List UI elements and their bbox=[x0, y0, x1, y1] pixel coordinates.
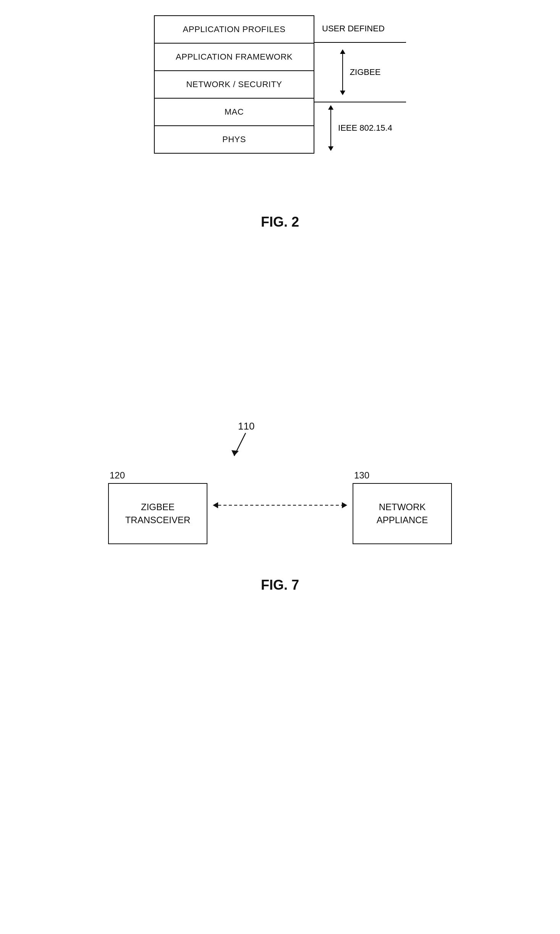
fig2-left-column: APPLICATION PROFILES APPLICATION FRAMEWO… bbox=[154, 15, 314, 154]
fig7-network-appliance-box: NETWORK APPLIANCE bbox=[353, 483, 452, 544]
fig7-caption: FIG. 7 bbox=[261, 577, 299, 593]
dashed-connector-line bbox=[218, 505, 342, 506]
fig7-ref-120: 120 bbox=[110, 470, 125, 481]
fig7-zigbee-transceiver-box: ZIGBEE TRANSCEIVER bbox=[108, 483, 207, 544]
fig2-zigbee-label: ZIGBEE bbox=[350, 67, 381, 77]
fig2-cell-network-security: NETWORK / SECURITY bbox=[155, 71, 314, 99]
fig2-cell-phys: PHYS bbox=[155, 126, 314, 153]
fig7-boxes-row: 120 ZIGBEE TRANSCEIVER 130 NETWORK APPLI… bbox=[108, 470, 452, 544]
arrow-right-head bbox=[342, 502, 347, 508]
fig2-user-defined-label: USER DEFINED bbox=[322, 24, 385, 34]
fig2-user-defined-row: USER DEFINED bbox=[314, 15, 406, 43]
fig2-cell-app-profiles: APPLICATION PROFILES bbox=[155, 16, 314, 44]
fig2-cell-mac: MAC bbox=[155, 99, 314, 126]
ieee-arrow bbox=[328, 105, 333, 151]
fig7-ref-arrow bbox=[230, 431, 261, 462]
fig7-network-appliance-label: NETWORK APPLIANCE bbox=[377, 501, 428, 526]
fig7-left-box-wrapper: 120 ZIGBEE TRANSCEIVER bbox=[108, 470, 207, 544]
fig2-ieee-label: IEEE 802.15.4 bbox=[338, 123, 392, 133]
fig2-ieee-row: IEEE 802.15.4 bbox=[314, 102, 406, 154]
fig2-zigbee-row: ZIGBEE bbox=[314, 43, 406, 102]
fig7-bidirectional-arrow bbox=[213, 502, 347, 508]
fig7-ref-130: 130 bbox=[354, 470, 369, 481]
fig7-zigbee-transceiver-label: ZIGBEE TRANSCEIVER bbox=[125, 501, 191, 526]
fig2-right-column: USER DEFINED ZIGBEE bbox=[314, 15, 406, 154]
arrow-left-head bbox=[213, 502, 218, 508]
fig2-cell-app-framework: APPLICATION FRAMEWORK bbox=[155, 44, 314, 71]
zigbee-arrow bbox=[340, 49, 345, 95]
fig2-diagram: APPLICATION PROFILES APPLICATION FRAMEWO… bbox=[154, 15, 406, 154]
fig7-ref-110-label: 110 bbox=[238, 420, 254, 432]
fig7-right-box-wrapper: 130 NETWORK APPLIANCE bbox=[353, 470, 452, 544]
fig2-caption: FIG. 2 bbox=[261, 214, 299, 230]
fig7-ref-110: 110 bbox=[238, 420, 254, 432]
